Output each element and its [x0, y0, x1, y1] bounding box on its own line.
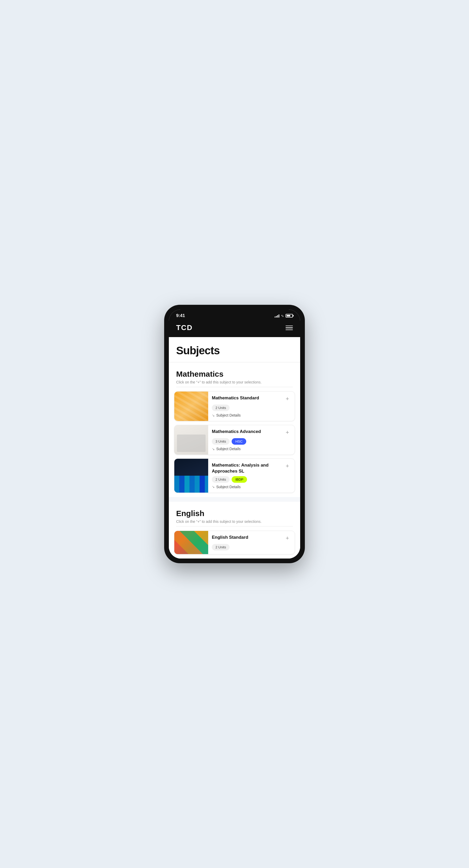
card-title-row-math-analysis: Mathematics: Analysis and Approaches SL …	[212, 462, 291, 474]
phone-frame: 9:41 ∿ TCD	[164, 305, 305, 563]
section-english: English Click on the “+” to add this sub…	[169, 502, 300, 559]
card-title-english-standard: English Standard	[212, 534, 284, 540]
card-link-math-analysis[interactable]: ↘ Subject Details	[212, 485, 291, 489]
signal-icon	[275, 314, 279, 317]
mathematics-title: Mathematics	[176, 370, 293, 378]
card-body-math-standard: Mathematics Standard + 2 Units ↘ Subject…	[208, 392, 295, 421]
tag-units-math-advanced: 3 Units	[212, 438, 229, 445]
card-tags-english-standard: 2 Units	[212, 544, 291, 551]
english-title: English	[176, 509, 293, 518]
hamburger-menu[interactable]	[286, 326, 293, 330]
card-tags-math-standard: 2 Units	[212, 405, 291, 411]
english-section-header: English Click on the “+” to add this sub…	[169, 502, 300, 526]
arrow-icon-math-standard: ↘	[212, 413, 215, 417]
nav-bar: TCD	[176, 320, 293, 337]
mathematics-subtitle: Click on the “+” to add this subject to …	[176, 380, 293, 384]
add-button-math-standard[interactable]: +	[284, 395, 291, 402]
card-image-english-standard	[174, 531, 208, 554]
app-logo: TCD	[176, 323, 193, 332]
wifi-icon: ∿	[281, 314, 284, 318]
section-mathematics: Mathematics Click on the “+” to add this…	[169, 362, 300, 497]
card-math-advanced: Mathematics Advanced + 3 Units HSC ↘ Sub…	[174, 425, 295, 455]
card-title-math-analysis: Mathematics: Analysis and Approaches SL	[212, 462, 284, 474]
card-math-standard: Mathematics Standard + 2 Units ↘ Subject…	[174, 391, 295, 421]
card-link-math-standard[interactable]: ↘ Subject Details	[212, 413, 291, 417]
mathematics-section-header: Mathematics Click on the “+” to add this…	[169, 362, 300, 387]
card-link-label-math-advanced: Subject Details	[216, 447, 241, 451]
status-time: 9:41	[176, 313, 185, 318]
tag-ibdp-math-analysis: IBDP	[231, 476, 247, 483]
card-title-row-english-standard: English Standard +	[212, 534, 291, 542]
card-image-math-analysis	[174, 459, 208, 492]
card-body-math-analysis: Mathematics: Analysis and Approaches SL …	[208, 459, 295, 492]
card-link-math-advanced[interactable]: ↘ Subject Details	[212, 447, 291, 451]
card-title-math-advanced: Mathematics Advanced	[212, 429, 284, 435]
phone-header: 9:41 ∿ TCD	[169, 309, 300, 337]
phone-screen: 9:41 ∿ TCD	[169, 309, 300, 558]
tag-hsc-math-advanced: HSC	[231, 438, 246, 445]
card-link-label-math-analysis: Subject Details	[216, 485, 241, 489]
add-button-math-advanced[interactable]: +	[284, 429, 291, 436]
tag-units-english-standard: 2 Units	[212, 544, 229, 551]
english-cards: English Standard + 2 Units	[169, 526, 300, 559]
card-tags-math-advanced: 3 Units HSC	[212, 438, 291, 445]
add-button-english-standard[interactable]: +	[284, 534, 291, 542]
card-english-standard: English Standard + 2 Units	[174, 531, 295, 554]
page-title-section: Subjects	[169, 337, 300, 362]
tag-units-math-standard: 2 Units	[212, 405, 229, 411]
hamburger-line-3	[286, 330, 293, 330]
card-body-math-advanced: Mathematics Advanced + 3 Units HSC ↘ Sub…	[208, 425, 295, 455]
arrow-icon-math-analysis: ↘	[212, 485, 215, 489]
english-subtitle: Click on the “+” to add this subject to …	[176, 520, 293, 524]
card-math-analysis: Mathematics: Analysis and Approaches SL …	[174, 459, 295, 493]
battery-icon	[286, 314, 293, 317]
section-gap	[169, 497, 300, 502]
add-button-math-analysis[interactable]: +	[284, 462, 291, 470]
card-body-english-standard: English Standard + 2 Units	[208, 531, 295, 554]
page-content: Subjects Mathematics Click on the “+” to…	[169, 337, 300, 558]
hamburger-line-1	[286, 326, 293, 327]
card-title-row-math-standard: Mathematics Standard +	[212, 395, 291, 402]
card-tags-math-analysis: 2 Units IBDP	[212, 476, 291, 483]
mathematics-cards: Mathematics Standard + 2 Units ↘ Subject…	[169, 387, 300, 497]
status-icons: ∿	[275, 314, 293, 318]
card-title-row-math-advanced: Mathematics Advanced +	[212, 429, 291, 436]
card-image-math-standard	[174, 392, 208, 421]
arrow-icon-math-advanced: ↘	[212, 447, 215, 451]
card-title-math-standard: Mathematics Standard	[212, 395, 284, 401]
tag-units-math-analysis: 2 Units	[212, 476, 229, 483]
page-title: Subjects	[176, 344, 293, 357]
card-link-label-math-standard: Subject Details	[216, 413, 241, 417]
status-bar: 9:41 ∿	[176, 309, 293, 320]
hamburger-line-2	[286, 328, 293, 328]
card-image-math-advanced	[174, 425, 208, 455]
